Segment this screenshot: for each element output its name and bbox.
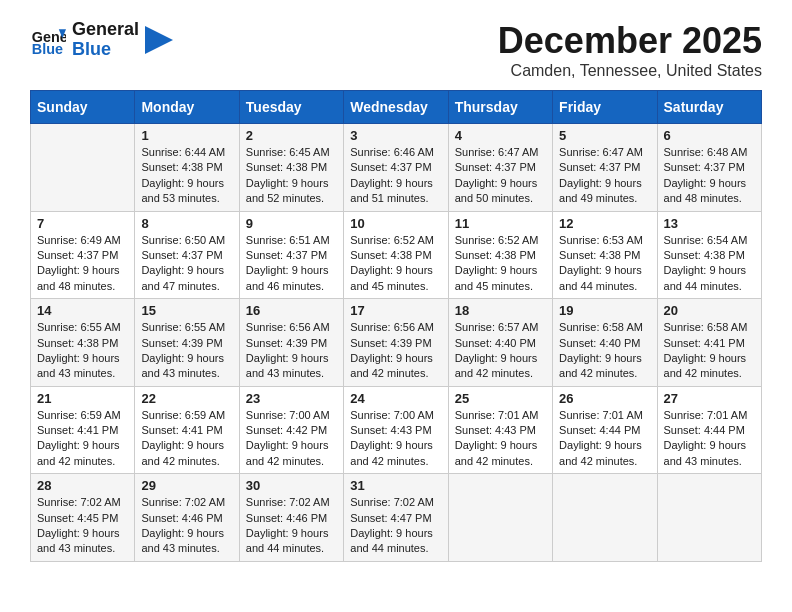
day-number: 15 [141, 303, 232, 318]
sunset-text: Sunset: 4:43 PM [455, 423, 546, 438]
cell-content: Sunrise: 7:00 AMSunset: 4:42 PMDaylight:… [246, 408, 337, 470]
title-section: December 2025 Camden, Tennessee, United … [498, 20, 762, 80]
daylight-text: Daylight: 9 hours and 43 minutes. [37, 351, 128, 382]
sunrise-text: Sunrise: 6:55 AM [141, 320, 232, 335]
calendar-cell: 15Sunrise: 6:55 AMSunset: 4:39 PMDayligh… [135, 299, 239, 387]
sunrise-text: Sunrise: 6:46 AM [350, 145, 441, 160]
calendar-cell: 11Sunrise: 6:52 AMSunset: 4:38 PMDayligh… [448, 211, 552, 299]
calendar-cell: 6Sunrise: 6:48 AMSunset: 4:37 PMDaylight… [657, 124, 761, 212]
sunrise-text: Sunrise: 7:02 AM [350, 495, 441, 510]
cell-content: Sunrise: 6:59 AMSunset: 4:41 PMDaylight:… [37, 408, 128, 470]
daylight-text: Daylight: 9 hours and 46 minutes. [246, 263, 337, 294]
calendar-cell: 2Sunrise: 6:45 AMSunset: 4:38 PMDaylight… [239, 124, 343, 212]
sunset-text: Sunset: 4:37 PM [664, 160, 755, 175]
day-number: 11 [455, 216, 546, 231]
calendar-cell: 10Sunrise: 6:52 AMSunset: 4:38 PMDayligh… [344, 211, 448, 299]
day-number: 24 [350, 391, 441, 406]
cell-content: Sunrise: 6:59 AMSunset: 4:41 PMDaylight:… [141, 408, 232, 470]
cell-content: Sunrise: 6:55 AMSunset: 4:38 PMDaylight:… [37, 320, 128, 382]
sunrise-text: Sunrise: 6:58 AM [559, 320, 650, 335]
day-number: 26 [559, 391, 650, 406]
day-number: 6 [664, 128, 755, 143]
cell-content: Sunrise: 6:50 AMSunset: 4:37 PMDaylight:… [141, 233, 232, 295]
calendar-cell: 16Sunrise: 6:56 AMSunset: 4:39 PMDayligh… [239, 299, 343, 387]
day-number: 30 [246, 478, 337, 493]
daylight-text: Daylight: 9 hours and 43 minutes. [141, 351, 232, 382]
calendar-cell: 1Sunrise: 6:44 AMSunset: 4:38 PMDaylight… [135, 124, 239, 212]
sunset-text: Sunset: 4:41 PM [37, 423, 128, 438]
sunrise-text: Sunrise: 6:45 AM [246, 145, 337, 160]
week-row-4: 21Sunrise: 6:59 AMSunset: 4:41 PMDayligh… [31, 386, 762, 474]
sunrise-text: Sunrise: 6:53 AM [559, 233, 650, 248]
sunrise-text: Sunrise: 6:50 AM [141, 233, 232, 248]
daylight-text: Daylight: 9 hours and 43 minutes. [246, 351, 337, 382]
sunset-text: Sunset: 4:39 PM [141, 336, 232, 351]
calendar-cell [31, 124, 135, 212]
sunset-text: Sunset: 4:43 PM [350, 423, 441, 438]
logo: General Blue General Blue [30, 20, 173, 60]
daylight-text: Daylight: 9 hours and 42 minutes. [664, 351, 755, 382]
cell-content: Sunrise: 6:58 AMSunset: 4:41 PMDaylight:… [664, 320, 755, 382]
daylight-text: Daylight: 9 hours and 48 minutes. [37, 263, 128, 294]
cell-content: Sunrise: 7:01 AMSunset: 4:43 PMDaylight:… [455, 408, 546, 470]
cell-content: Sunrise: 7:00 AMSunset: 4:43 PMDaylight:… [350, 408, 441, 470]
daylight-text: Daylight: 9 hours and 42 minutes. [559, 351, 650, 382]
sunset-text: Sunset: 4:47 PM [350, 511, 441, 526]
daylight-text: Daylight: 9 hours and 43 minutes. [141, 526, 232, 557]
day-number: 17 [350, 303, 441, 318]
calendar-cell: 27Sunrise: 7:01 AMSunset: 4:44 PMDayligh… [657, 386, 761, 474]
day-number: 10 [350, 216, 441, 231]
sunset-text: Sunset: 4:44 PM [664, 423, 755, 438]
cell-content: Sunrise: 7:02 AMSunset: 4:47 PMDaylight:… [350, 495, 441, 557]
cell-content: Sunrise: 7:01 AMSunset: 4:44 PMDaylight:… [559, 408, 650, 470]
sunrise-text: Sunrise: 6:59 AM [141, 408, 232, 423]
logo-arrow-icon [145, 26, 173, 54]
month-title: December 2025 [498, 20, 762, 62]
day-number: 20 [664, 303, 755, 318]
sunrise-text: Sunrise: 6:48 AM [664, 145, 755, 160]
calendar-cell: 25Sunrise: 7:01 AMSunset: 4:43 PMDayligh… [448, 386, 552, 474]
calendar-cell: 4Sunrise: 6:47 AMSunset: 4:37 PMDaylight… [448, 124, 552, 212]
daylight-text: Daylight: 9 hours and 44 minutes. [664, 263, 755, 294]
sunset-text: Sunset: 4:38 PM [455, 248, 546, 263]
cell-content: Sunrise: 7:02 AMSunset: 4:46 PMDaylight:… [141, 495, 232, 557]
daylight-text: Daylight: 9 hours and 42 minutes. [37, 438, 128, 469]
daylight-text: Daylight: 9 hours and 42 minutes. [559, 438, 650, 469]
calendar-cell: 5Sunrise: 6:47 AMSunset: 4:37 PMDaylight… [553, 124, 657, 212]
day-number: 9 [246, 216, 337, 231]
day-number: 28 [37, 478, 128, 493]
sunrise-text: Sunrise: 6:57 AM [455, 320, 546, 335]
sunset-text: Sunset: 4:41 PM [664, 336, 755, 351]
daylight-text: Daylight: 9 hours and 44 minutes. [559, 263, 650, 294]
sunset-text: Sunset: 4:44 PM [559, 423, 650, 438]
calendar-cell: 21Sunrise: 6:59 AMSunset: 4:41 PMDayligh… [31, 386, 135, 474]
sunrise-text: Sunrise: 7:02 AM [141, 495, 232, 510]
cell-content: Sunrise: 7:02 AMSunset: 4:46 PMDaylight:… [246, 495, 337, 557]
sunset-text: Sunset: 4:38 PM [37, 336, 128, 351]
sunrise-text: Sunrise: 6:44 AM [141, 145, 232, 160]
week-row-2: 7Sunrise: 6:49 AMSunset: 4:37 PMDaylight… [31, 211, 762, 299]
cell-content: Sunrise: 6:52 AMSunset: 4:38 PMDaylight:… [350, 233, 441, 295]
calendar-cell: 30Sunrise: 7:02 AMSunset: 4:46 PMDayligh… [239, 474, 343, 562]
sunrise-text: Sunrise: 7:02 AM [246, 495, 337, 510]
daylight-text: Daylight: 9 hours and 45 minutes. [350, 263, 441, 294]
weekday-header-wednesday: Wednesday [344, 91, 448, 124]
sunset-text: Sunset: 4:37 PM [246, 248, 337, 263]
daylight-text: Daylight: 9 hours and 48 minutes. [664, 176, 755, 207]
cell-content: Sunrise: 6:55 AMSunset: 4:39 PMDaylight:… [141, 320, 232, 382]
sunrise-text: Sunrise: 7:01 AM [559, 408, 650, 423]
sunset-text: Sunset: 4:40 PM [455, 336, 546, 351]
day-number: 12 [559, 216, 650, 231]
sunrise-text: Sunrise: 7:00 AM [246, 408, 337, 423]
daylight-text: Daylight: 9 hours and 43 minutes. [664, 438, 755, 469]
calendar-cell: 9Sunrise: 6:51 AMSunset: 4:37 PMDaylight… [239, 211, 343, 299]
day-number: 7 [37, 216, 128, 231]
calendar-table: SundayMondayTuesdayWednesdayThursdayFrid… [30, 90, 762, 562]
sunset-text: Sunset: 4:46 PM [246, 511, 337, 526]
calendar-cell: 28Sunrise: 7:02 AMSunset: 4:45 PMDayligh… [31, 474, 135, 562]
weekday-header-friday: Friday [553, 91, 657, 124]
daylight-text: Daylight: 9 hours and 49 minutes. [559, 176, 650, 207]
calendar-cell: 22Sunrise: 6:59 AMSunset: 4:41 PMDayligh… [135, 386, 239, 474]
day-number: 18 [455, 303, 546, 318]
cell-content: Sunrise: 6:49 AMSunset: 4:37 PMDaylight:… [37, 233, 128, 295]
